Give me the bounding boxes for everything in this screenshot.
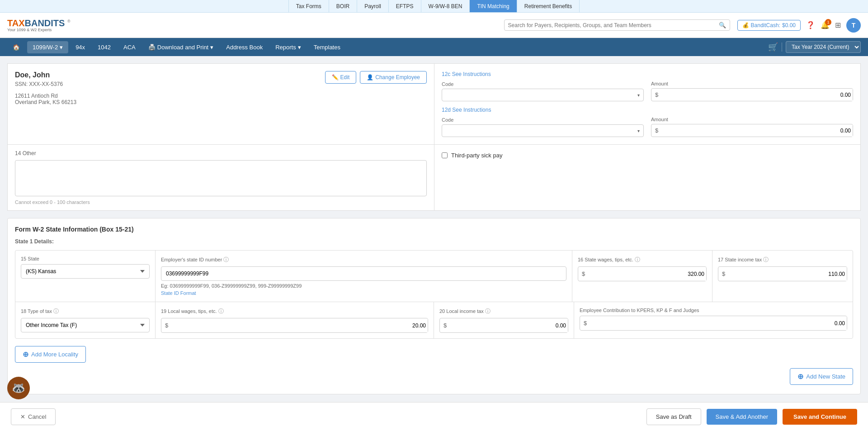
top-nav-tin-matching[interactable]: TIN Matching	[470, 0, 517, 12]
box17-label: 17 State income tax ⓘ	[718, 256, 847, 264]
add-locality-plus-icon: ⊕	[23, 350, 28, 359]
employer-id-label: Employer's state ID number ⓘ	[161, 256, 566, 264]
nav-templates[interactable]: Templates	[308, 41, 346, 53]
box16-input[interactable]	[589, 267, 706, 281]
box12c-code-label: Code	[442, 81, 644, 87]
box14-panel: 14 Other Cannot exceed 0 - 100 character…	[7, 144, 434, 211]
top-nav-eftps[interactable]: EFTPS	[389, 0, 421, 12]
box18-label: 18 Type of tax ⓘ	[21, 308, 150, 315]
box12d-code-select[interactable]	[446, 128, 637, 134]
box12c-code-select[interactable]	[446, 92, 637, 98]
footer-left: ✕ Cancel	[11, 408, 56, 425]
box12d-chevron-icon: ▾	[637, 128, 640, 133]
nav-1099-w2-chevron: ▾	[60, 44, 63, 51]
box12d-link[interactable]: 12d See Instructions	[442, 107, 853, 113]
box12c-chevron-icon: ▾	[637, 93, 640, 98]
box19-label: 19 Local wages, tips, etc. ⓘ	[161, 308, 428, 315]
nav-1099-w2[interactable]: 1099/W-2 ▾	[27, 41, 68, 53]
add-state-row: ⊕ Add New State	[15, 363, 853, 387]
top-nav-payroll[interactable]: Payroll	[357, 0, 389, 12]
state1-title: State 1 Details:	[15, 238, 853, 245]
employer-id-input[interactable]	[161, 266, 566, 281]
add-state-button[interactable]: ⊕ Add New State	[790, 368, 853, 385]
top-nav-retirement[interactable]: Retirement Benefits	[517, 0, 580, 12]
employee-address2: Overland Park, KS 66213	[15, 99, 76, 105]
footer-right: Save as Draft Save & Add Another Save an…	[646, 408, 857, 425]
top-nav-bar: Tax Forms BOIR Payroll EFTPS W-9/W-8 BEN…	[0, 0, 868, 13]
box12d-code-label: Code	[442, 117, 644, 123]
state-grid: 15 State (KS) Kansas Employer's state ID…	[15, 250, 853, 339]
save-draft-button[interactable]: Save as Draft	[646, 408, 701, 425]
box12d-row: Code ▾ Amount	[442, 117, 853, 137]
third-party-checkbox[interactable]	[442, 152, 448, 158]
main-content: Doe, John SSN: XXX-XX-5376 12611 Antioch…	[0, 56, 868, 431]
box17-info-icon: ⓘ	[763, 256, 769, 263]
employer-id-info-icon: ⓘ	[223, 256, 229, 263]
search-bar[interactable]: 🔍	[504, 19, 730, 31]
notification-badge: 1	[825, 19, 831, 25]
save-add-another-button[interactable]: Save & Add Another	[707, 409, 777, 425]
box15-state-select[interactable]: (KS) Kansas	[21, 264, 150, 279]
state-section-title: Form W-2 State Information (Box 15-21)	[15, 226, 853, 233]
bandit-cash-amount: $0.00	[782, 22, 796, 28]
help-button[interactable]: ❓	[806, 21, 815, 29]
nav-aca[interactable]: ACA	[118, 41, 141, 53]
box12c-link[interactable]: 12c See Instructions	[442, 71, 853, 77]
save-continue-button[interactable]: Save and Continue	[783, 409, 857, 425]
state-select-wrap: (KS) Kansas	[21, 264, 150, 279]
box17-input[interactable]	[729, 267, 847, 281]
box20-cell: 20 Local income tax ⓘ $	[434, 302, 574, 338]
search-icon: 🔍	[719, 22, 726, 28]
change-employee-button[interactable]: 👤 Change Employee	[360, 71, 427, 84]
mascot-image: 🦝	[7, 377, 30, 399]
edit-button[interactable]: ✏️ Edit	[325, 71, 357, 84]
top-nav-tax-forms[interactable]: Tax Forms	[288, 0, 329, 12]
box12d-amount-input[interactable]	[662, 125, 853, 137]
box15-label: 15 State	[21, 256, 150, 261]
box16-cell: 16 State wages, tips, etc. ⓘ $	[572, 251, 712, 302]
sec-nav-right: 🛒 Tax Year 2024 (Current)	[768, 41, 861, 53]
apps-button[interactable]: ⊞	[835, 21, 841, 29]
box17-input-wrap: $	[718, 266, 847, 281]
avatar[interactable]: T	[846, 18, 861, 33]
nav-reports-chevron: ▾	[298, 44, 301, 51]
nav-divider	[782, 43, 782, 52]
nav-1042[interactable]: 1042	[92, 41, 116, 53]
box19-input[interactable]	[172, 319, 428, 332]
nav-download-print-label: Download and Print	[157, 44, 208, 51]
third-party-row: Third-party sick pay	[442, 152, 853, 159]
state-id-format-link[interactable]: State ID Format	[161, 290, 196, 296]
box20-input[interactable]	[450, 319, 568, 332]
nav-aca-label: ACA	[123, 44, 136, 51]
nav-94x[interactable]: 94x	[70, 41, 90, 53]
box20-input-wrap: $	[439, 318, 568, 333]
box19-input-wrap: $	[161, 318, 428, 333]
tax-year-select[interactable]: Tax Year 2024 (Current)	[786, 41, 861, 53]
notifications-button[interactable]: 🔔 1	[821, 21, 830, 29]
search-input[interactable]	[508, 22, 719, 28]
logo-tagline: Your 1099 & W2 Experts	[7, 28, 71, 33]
kpers-input[interactable]	[590, 317, 847, 330]
nav-reports[interactable]: Reports ▾	[270, 41, 307, 53]
cancel-button[interactable]: ✕ Cancel	[11, 408, 56, 425]
top-nav-boir[interactable]: BOIR	[329, 0, 357, 12]
third-party-label: Third-party sick pay	[451, 152, 502, 159]
box14-textarea[interactable]	[15, 160, 427, 196]
employer-id-eg: Eg: 03699999999F99, 036-Z99999999Z99, 99…	[161, 283, 566, 289]
nav-download-print[interactable]: 🖨️ Download and Print ▾	[143, 41, 219, 53]
cart-icon[interactable]: 🛒	[768, 42, 778, 52]
box20-info-icon: ⓘ	[485, 308, 491, 314]
nav-home[interactable]: 🏠	[7, 41, 25, 53]
box16-input-wrap: $	[578, 266, 707, 281]
box19-info-icon: ⓘ	[218, 308, 224, 314]
nav-94x-label: 94x	[75, 44, 85, 51]
box12c-amount-input[interactable]	[662, 89, 853, 101]
top-nav-w9-w8-ben[interactable]: W-9/W-8 BEN	[421, 0, 470, 12]
box17-dollar: $	[718, 267, 729, 281]
add-locality-button[interactable]: ⊕ Add More Locality	[15, 346, 86, 363]
box19-cell: 19 Local wages, tips, etc. ⓘ $	[156, 302, 434, 338]
box14-char-limit: Cannot exceed 0 - 100 characters	[15, 199, 427, 205]
bandit-cash-label: BanditCash:	[751, 22, 780, 28]
nav-address-book[interactable]: Address Book	[221, 41, 268, 53]
box18-type-of-tax-select[interactable]: Other Income Tax (F)	[21, 318, 150, 332]
